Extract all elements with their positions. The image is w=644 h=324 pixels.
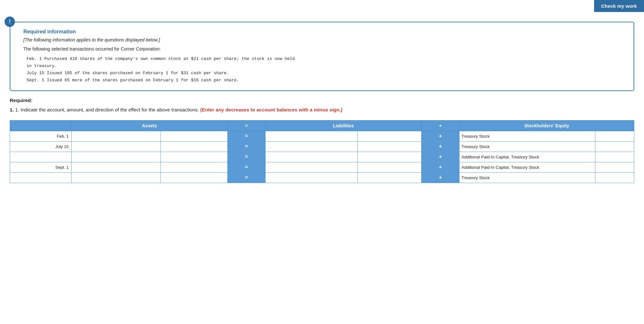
liab-amount-field-sept1b[interactable] bbox=[360, 175, 419, 181]
row-liab-input-july15[interactable] bbox=[265, 141, 357, 152]
td-equals-july15b: = bbox=[228, 152, 266, 162]
row-asset-input-feb1[interactable] bbox=[71, 131, 161, 141]
asset-input-field-july15b[interactable] bbox=[74, 154, 158, 160]
row-liab-amount-july15b[interactable] bbox=[358, 152, 422, 162]
info-box: Required information [The following info… bbox=[10, 22, 634, 91]
row-label-sept1: Sept. 1 bbox=[10, 162, 72, 172]
check-my-work-button[interactable]: Check my work bbox=[594, 0, 644, 12]
row-asset-input-sept1b[interactable] bbox=[71, 172, 161, 183]
asset-amount-field-sept1b[interactable] bbox=[163, 175, 225, 181]
row-asset-amount-july15b[interactable] bbox=[161, 152, 227, 162]
info-title: Required information bbox=[23, 29, 624, 35]
row-asset-amount-july15[interactable] bbox=[161, 141, 227, 152]
table-body: Feb. 1 = + Treasury Stock bbox=[10, 131, 634, 183]
table-row: July 15 = + Treasury Stock bbox=[10, 141, 634, 152]
th-liabilities: Liabilities bbox=[265, 120, 421, 131]
question-note: (Enter any decreases to account balances… bbox=[200, 107, 342, 112]
td-plus-sept1b: + bbox=[422, 172, 459, 183]
row-equity-amount-july15[interactable] bbox=[595, 141, 634, 152]
liab-amount-field-feb1[interactable] bbox=[360, 133, 419, 139]
row-equity-amount-july15b[interactable] bbox=[595, 152, 634, 162]
transaction-line-4: Sept. 1 Issued 65 more of the shares pur… bbox=[27, 77, 624, 84]
row-asset-input-july15b[interactable] bbox=[71, 152, 161, 162]
info-transactions: Feb. 1 Purchased 410 shares of the compa… bbox=[27, 55, 624, 84]
row-liab-input-sept1[interactable] bbox=[265, 162, 357, 172]
row-equity-amount-sept1b[interactable] bbox=[595, 172, 634, 183]
row-asset-amount-sept1[interactable] bbox=[161, 162, 227, 172]
liab-input-field-feb1[interactable] bbox=[268, 133, 355, 139]
th-equals: = bbox=[228, 120, 266, 131]
asset-amount-field-july15b[interactable] bbox=[163, 154, 225, 160]
row-asset-input-july15[interactable] bbox=[71, 141, 161, 152]
row-equity-amount-feb1[interactable] bbox=[595, 131, 634, 141]
liab-input-field-july15[interactable] bbox=[268, 144, 355, 150]
row-label-sept1b bbox=[10, 172, 72, 183]
td-equals-july15: = bbox=[228, 141, 266, 152]
asset-input-field-feb1[interactable] bbox=[74, 133, 158, 139]
equity-amount-field-feb1[interactable] bbox=[598, 133, 631, 139]
liab-input-field-sept1b[interactable] bbox=[268, 175, 355, 181]
row-liab-amount-sept1[interactable] bbox=[358, 162, 422, 172]
asset-amount-field-sept1[interactable] bbox=[163, 164, 225, 170]
equity-amount-field-sept1b[interactable] bbox=[598, 175, 631, 181]
th-equity: Stockholders' Equity bbox=[459, 120, 634, 131]
required-section: Required: 1. 1. Indicate the account, am… bbox=[10, 98, 634, 114]
row-equity-label-july15: Treasury Stock bbox=[459, 141, 595, 152]
row-liab-amount-feb1[interactable] bbox=[358, 131, 422, 141]
row-label-july15: July 15 bbox=[10, 141, 72, 152]
asset-amount-field-july15[interactable] bbox=[163, 144, 225, 150]
required-label: Required: bbox=[10, 98, 634, 103]
td-plus-sept1: + bbox=[422, 162, 459, 172]
question-body: 1. Indicate the account, amount, and dir… bbox=[15, 107, 199, 112]
table-row: Sept. 1 = + Additional Paid-In Capital, … bbox=[10, 162, 634, 172]
equity-amount-field-july15[interactable] bbox=[598, 144, 631, 150]
table-row: = + Treasury Stock bbox=[10, 172, 634, 183]
td-equals-sept1: = bbox=[228, 162, 266, 172]
table-header-row: Assets = Liabilities + Stockholders' Equ… bbox=[10, 120, 634, 131]
row-equity-label-sept1: Additional Paid-In Capital, Treasury Sto… bbox=[459, 162, 595, 172]
row-asset-input-sept1[interactable] bbox=[71, 162, 161, 172]
td-plus-feb1: + bbox=[422, 131, 459, 141]
table-row: = + Additional Paid-In Capital, Treasury… bbox=[10, 152, 634, 162]
th-plus: + bbox=[422, 120, 459, 131]
row-equity-amount-sept1[interactable] bbox=[595, 162, 634, 172]
liab-input-field-july15b[interactable] bbox=[268, 154, 355, 160]
transactions-table: Assets = Liabilities + Stockholders' Equ… bbox=[10, 120, 634, 183]
liab-input-field-sept1[interactable] bbox=[268, 164, 355, 170]
transaction-line-2: in treasury. bbox=[27, 63, 624, 70]
td-plus-july15b: + bbox=[422, 152, 459, 162]
row-liab-input-feb1[interactable] bbox=[265, 131, 357, 141]
asset-input-field-sept1[interactable] bbox=[74, 164, 158, 170]
info-box-wrapper: ! Required information [The following in… bbox=[10, 22, 634, 91]
info-intro: The following selected transactions occu… bbox=[23, 46, 624, 52]
transaction-line-3: July 15 Issued 105 of the shares purchas… bbox=[27, 70, 624, 77]
td-equals-feb1: = bbox=[228, 131, 266, 141]
th-blank bbox=[10, 120, 72, 131]
top-bar: Check my work bbox=[0, 0, 644, 12]
row-liab-amount-july15[interactable] bbox=[358, 141, 422, 152]
row-liab-amount-sept1b[interactable] bbox=[358, 172, 422, 183]
row-asset-amount-sept1b[interactable] bbox=[161, 172, 227, 183]
row-liab-input-sept1b[interactable] bbox=[265, 172, 357, 183]
info-icon: ! bbox=[5, 17, 15, 27]
td-plus-july15: + bbox=[422, 141, 459, 152]
equity-amount-field-sept1[interactable] bbox=[598, 164, 631, 170]
row-label-feb1: Feb. 1 bbox=[10, 131, 72, 141]
equity-amount-field-july15b[interactable] bbox=[598, 154, 631, 160]
transaction-line-1: Feb. 1 Purchased 410 shares of the compa… bbox=[27, 55, 624, 63]
liab-amount-field-july15b[interactable] bbox=[360, 154, 419, 160]
question-text: 1. 1. Indicate the account, amount, and … bbox=[10, 106, 634, 114]
liab-amount-field-july15[interactable] bbox=[360, 144, 419, 150]
row-asset-amount-feb1[interactable] bbox=[161, 131, 227, 141]
row-label-july15b bbox=[10, 152, 72, 162]
info-subtitle: [The following information applies to th… bbox=[23, 37, 624, 42]
row-equity-label-sept1b: Treasury Stock bbox=[459, 172, 595, 183]
asset-input-field-sept1b[interactable] bbox=[74, 175, 158, 181]
row-equity-label-july15b: Additional Paid-In Capital, Treasury Sto… bbox=[459, 152, 595, 162]
row-liab-input-july15b[interactable] bbox=[265, 152, 357, 162]
asset-amount-field-feb1[interactable] bbox=[163, 133, 225, 139]
asset-input-field-july15[interactable] bbox=[74, 144, 158, 150]
td-equals-sept1b: = bbox=[228, 172, 266, 183]
liab-amount-field-sept1[interactable] bbox=[360, 164, 419, 170]
table-row: Feb. 1 = + Treasury Stock bbox=[10, 131, 634, 141]
